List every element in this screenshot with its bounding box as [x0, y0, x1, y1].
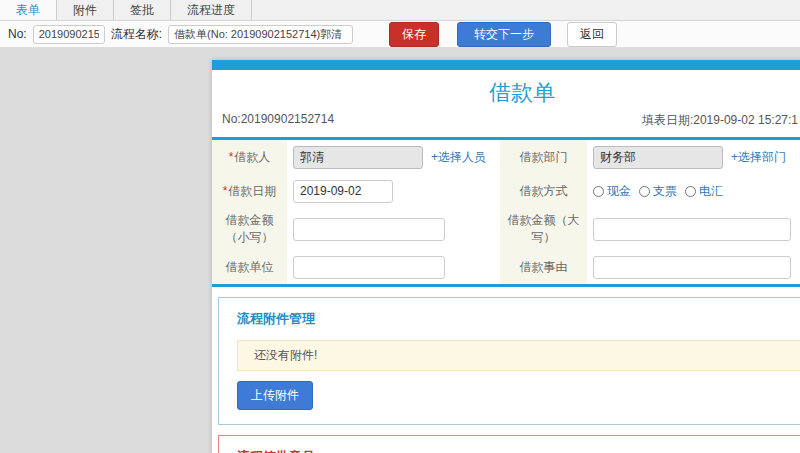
required-asterisk: * — [223, 184, 228, 198]
card-top-accent-bar — [212, 60, 800, 70]
department-label: 借款部门 — [520, 149, 568, 166]
department-input[interactable] — [593, 146, 723, 169]
back-button[interactable]: 返回 — [567, 22, 617, 47]
amount-small-field-cell — [287, 208, 500, 250]
loan-form-grid: * 借款人 +选择人员 借款部门 +选择部门 * 借款日期 — [212, 140, 800, 284]
reason-label-cell: 借款事由 — [500, 250, 587, 284]
unit-input[interactable] — [293, 256, 445, 279]
reason-input[interactable] — [593, 256, 791, 279]
method-wire-radio[interactable] — [685, 186, 696, 197]
no-attachments-message: 还没有附件! — [237, 340, 800, 371]
method-cheque-label[interactable]: 支票 — [653, 183, 677, 200]
save-button[interactable]: 保存 — [389, 22, 439, 47]
page-title: 借款单 — [212, 70, 800, 110]
upload-attachment-button[interactable]: 上传附件 — [237, 381, 313, 410]
amount-big-label-cell: 借款金额（大写） — [500, 208, 587, 250]
select-person-link[interactable]: +选择人员 — [431, 149, 486, 166]
tab-progress[interactable]: 流程进度 — [171, 0, 252, 20]
main-area: 借款单 No:20190902152714 填表日期:2019-09-02 15… — [0, 48, 800, 453]
department-field-cell: +选择部门 — [587, 140, 800, 174]
department-label-cell: 借款部门 — [500, 140, 587, 174]
method-cash-radio[interactable] — [593, 186, 604, 197]
tab-progress-label: 流程进度 — [187, 2, 235, 19]
unit-field-cell — [287, 250, 500, 284]
tab-approval[interactable]: 签批 — [114, 0, 171, 20]
tab-attachments[interactable]: 附件 — [57, 0, 114, 20]
reason-field-cell — [587, 250, 800, 284]
borrower-label: 借款人 — [234, 149, 270, 166]
amount-big-label: 借款金额（大写） — [506, 212, 581, 246]
form-date-text: 填表日期:2019-09-02 15:27:1 — [642, 112, 798, 129]
tab-attachments-label: 附件 — [73, 2, 97, 19]
method-cash-label[interactable]: 现金 — [607, 183, 631, 200]
flow-name-input[interactable] — [168, 25, 353, 44]
amount-small-label-cell: 借款金额（小写） — [212, 208, 287, 250]
amount-big-input[interactable] — [593, 218, 791, 241]
loan-date-label: 借款日期 — [228, 183, 276, 200]
forward-next-step-button[interactable]: 转交下一步 — [457, 22, 551, 47]
form-meta-row: No:20190902152714 填表日期:2019-09-02 15:27:… — [212, 110, 800, 137]
tab-approval-label: 签批 — [130, 2, 154, 19]
method-wire-label[interactable]: 电汇 — [699, 183, 723, 200]
loan-date-label-cell: * 借款日期 — [212, 174, 287, 208]
loan-form-card: 借款单 No:20190902152714 填表日期:2019-09-02 15… — [212, 60, 800, 453]
approval-opinion-section: 流程签批意见 B I abc — [218, 435, 800, 453]
attachments-section: 流程附件管理 还没有附件! 上传附件 — [218, 297, 800, 425]
no-input[interactable] — [33, 25, 105, 44]
method-cheque-radio[interactable] — [639, 186, 650, 197]
form-no-text: No:20190902152714 — [222, 112, 334, 129]
unit-label-cell: 借款单位 — [212, 250, 287, 284]
borrower-input[interactable] — [293, 146, 423, 169]
borrower-label-cell: * 借款人 — [212, 140, 287, 174]
required-asterisk: * — [229, 150, 234, 164]
top-tab-bar: 表单 附件 签批 流程进度 — [0, 0, 800, 21]
borrower-field-cell: +选择人员 — [287, 140, 500, 174]
loan-method-radio-group: 现金 支票 电汇 — [593, 183, 729, 200]
action-toolbar: No: 流程名称: 保存 转交下一步 返回 — [0, 21, 800, 48]
no-label: No: — [8, 27, 27, 41]
method-label-cell: 借款方式 — [500, 174, 587, 208]
loan-date-input[interactable] — [293, 180, 393, 203]
loan-date-field-cell — [287, 174, 500, 208]
method-field-cell: 现金 支票 电汇 — [587, 174, 800, 208]
amount-small-label: 借款金额（小写） — [218, 212, 281, 246]
amount-small-input[interactable] — [293, 218, 445, 241]
unit-label: 借款单位 — [226, 259, 274, 276]
approval-heading: 流程签批意见 — [237, 448, 800, 453]
attachments-heading: 流程附件管理 — [237, 310, 800, 328]
reason-label: 借款事由 — [520, 259, 568, 276]
method-label: 借款方式 — [520, 183, 568, 200]
form-bottom-divider — [212, 284, 800, 287]
amount-big-field-cell — [587, 208, 800, 250]
tab-form-label: 表单 — [16, 2, 40, 19]
flow-name-label: 流程名称: — [111, 26, 162, 43]
tab-form[interactable]: 表单 — [0, 0, 57, 20]
select-department-link[interactable]: +选择部门 — [731, 149, 786, 166]
